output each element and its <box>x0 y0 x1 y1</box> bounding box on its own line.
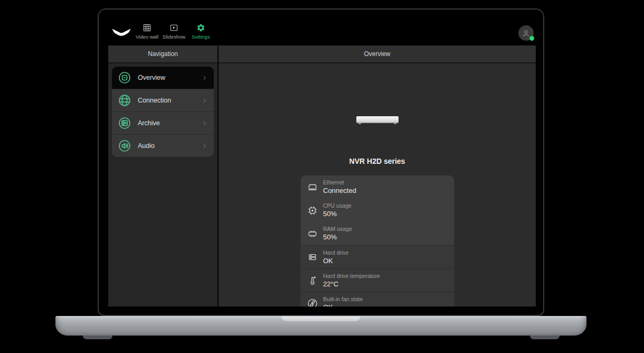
status-label: Hard drive <box>323 249 348 256</box>
laptop-base <box>55 316 586 336</box>
sidebar-item-label: Connection <box>138 97 201 104</box>
sidebar-item-label: Archive <box>138 119 201 127</box>
tab-video-wall[interactable]: Video wall <box>134 23 160 40</box>
hard-drive-icon <box>307 252 318 263</box>
sidebar-item-label: Overview <box>138 74 201 81</box>
sidebar-item-archive[interactable]: Archive <box>112 112 214 134</box>
sidebar-item-overview[interactable]: Overview <box>112 67 214 89</box>
status-row: CPU usage50% <box>300 199 454 222</box>
status-value: 50% <box>323 210 352 218</box>
status-label: Hard drive temperature <box>323 273 380 279</box>
fan-icon <box>307 298 318 306</box>
status-row: Hard driveOK <box>300 245 454 268</box>
overview-panel: Overview NVR H2D series EthernetConnecte… <box>219 45 536 306</box>
status-row: RAM usage50% <box>300 222 454 245</box>
overview-content: NVR H2D series EthernetConnectedCPU usag… <box>219 63 536 306</box>
chevron-right-icon <box>201 142 209 150</box>
main-toolbar: Video wallSlideshowSettings <box>134 23 214 40</box>
laptop-mockup: Video wallSlideshowSettings Navigation O… <box>0 0 644 353</box>
status-value: OK <box>323 257 348 265</box>
archive-icon <box>118 116 131 130</box>
content-panels: Navigation OverviewConnectionArchiveAudi… <box>108 45 536 306</box>
app-topbar: Video wallSlideshowSettings <box>99 10 543 45</box>
cpu-icon <box>307 205 318 216</box>
laptop-screen: Video wallSlideshowSettings Navigation O… <box>98 8 544 316</box>
status-value: 22°C <box>323 281 380 289</box>
slideshow-icon <box>169 23 178 32</box>
navigation-list: OverviewConnectionArchiveAudio <box>112 67 214 157</box>
status-row: Hard drive temperature22°C <box>300 268 454 292</box>
thermometer-icon <box>307 275 318 286</box>
brand-wings-icon <box>111 27 131 39</box>
status-text: EthernetConnected <box>323 179 356 195</box>
status-label: CPU usage <box>323 202 352 209</box>
user-avatar[interactable] <box>518 25 534 41</box>
grid-icon <box>143 23 151 32</box>
nvr-device-image <box>356 116 399 123</box>
status-card-top-group: EthernetConnectedCPU usage50%RAM usage50… <box>300 175 454 245</box>
status-label: RAM usage <box>323 226 352 232</box>
status-text: Built-in fan stateOK <box>323 296 363 307</box>
status-value: Connected <box>323 187 356 195</box>
status-text: Hard drive temperature22°C <box>323 273 380 289</box>
tab-label: Settings <box>192 34 210 40</box>
globe-icon <box>118 94 131 107</box>
sidebar-item-connection[interactable]: Connection <box>112 89 214 112</box>
gear-icon <box>196 23 205 32</box>
status-label: Built-in fan state <box>323 296 363 302</box>
status-value: 50% <box>323 234 352 241</box>
navigation-panel-header: Navigation <box>108 45 217 63</box>
ram-icon <box>307 228 318 239</box>
tab-label: Video wall <box>136 34 158 40</box>
status-label: Ethernet <box>323 179 356 185</box>
chevron-right-icon <box>201 74 209 82</box>
online-status-dot <box>529 36 534 41</box>
device-title: NVR H2D series <box>219 157 536 165</box>
status-text: RAM usage50% <box>323 226 352 241</box>
status-row: EthernetConnected <box>300 175 454 199</box>
status-text: Hard driveOK <box>323 249 348 265</box>
status-row: Built-in fan stateOK <box>300 292 454 306</box>
tab-settings[interactable]: Settings <box>187 23 214 40</box>
audio-icon <box>118 139 131 153</box>
overview-icon <box>118 71 131 85</box>
navigation-panel: Navigation OverviewConnectionArchiveAudi… <box>108 45 217 306</box>
chevron-right-icon <box>201 97 209 105</box>
status-text: CPU usage50% <box>323 202 352 218</box>
sidebar-item-label: Audio <box>138 142 201 150</box>
tab-slideshow[interactable]: Slideshow <box>160 23 187 40</box>
device-status-card: EthernetConnectedCPU usage50%RAM usage50… <box>300 175 454 306</box>
overview-panel-header: Overview <box>219 45 536 63</box>
tab-label: Slideshow <box>163 34 185 40</box>
laptop-lid-notch <box>281 316 361 322</box>
chevron-right-icon <box>201 119 209 127</box>
sidebar-item-audio[interactable]: Audio <box>112 134 214 157</box>
ethernet-port-icon <box>307 182 318 193</box>
status-value: OK <box>323 304 363 306</box>
